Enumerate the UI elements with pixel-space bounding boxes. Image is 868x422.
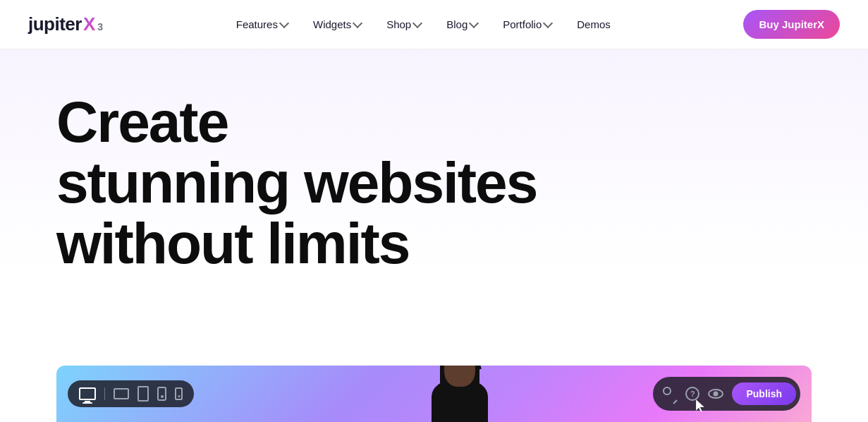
cursor-icon <box>696 399 707 416</box>
logo-version: 3 <box>97 21 103 32</box>
chevron-down-icon <box>412 18 422 28</box>
nav-item-portfolio: Portfolio <box>493 13 561 36</box>
nav-item-features: Features <box>226 13 298 36</box>
toolbar-right: ? Publish <box>653 377 800 411</box>
tablet-landscape-icon[interactable] <box>114 388 129 399</box>
nav-item-blog: Blog <box>436 13 487 36</box>
buy-button[interactable]: Buy JupiterX <box>743 10 840 39</box>
logo-x: X <box>83 13 95 35</box>
monitor-icon[interactable] <box>79 387 96 400</box>
hero-headline-line2: stunning websites <box>56 150 537 215</box>
toolbar-divider <box>104 387 105 400</box>
search-icon[interactable] <box>663 387 677 401</box>
hero-section: Create stunning websites without limits <box>0 49 868 422</box>
chevron-down-icon <box>353 18 362 28</box>
nav-link-features[interactable]: Features <box>226 13 298 36</box>
nav-item-shop: Shop <box>377 13 431 36</box>
preview-icon[interactable] <box>708 388 723 399</box>
preview-container: ? Publish <box>0 337 868 422</box>
logo[interactable]: jupiterX3 <box>28 13 103 35</box>
logo-text: jupiter <box>28 13 82 35</box>
person-silhouette <box>417 366 502 422</box>
nav-link-blog[interactable]: Blog <box>436 13 487 36</box>
hero-headline: Create stunning websites without limits <box>56 92 550 274</box>
tablet-portrait-icon[interactable] <box>137 386 149 402</box>
mobile-icon[interactable] <box>157 387 166 401</box>
nav-link-portfolio[interactable]: Portfolio <box>493 13 561 36</box>
chevron-down-icon <box>543 18 553 28</box>
help-icon[interactable]: ? <box>685 387 699 401</box>
chevron-down-icon <box>469 18 479 28</box>
nav-link-demos[interactable]: Demos <box>567 13 621 36</box>
navbar: jupiterX3 Features Widgets Shop <box>0 0 868 49</box>
nav-links: Features Widgets Shop Blog <box>226 13 621 36</box>
nav-link-shop[interactable]: Shop <box>377 13 431 36</box>
hero-headline-line1: Create <box>56 90 228 154</box>
nav-item-widgets: Widgets <box>303 13 371 36</box>
publish-button[interactable]: Publish <box>732 382 796 405</box>
chevron-down-icon <box>279 18 289 28</box>
toolbar-left <box>68 380 194 407</box>
nav-link-widgets[interactable]: Widgets <box>303 13 371 36</box>
mobile-small-icon[interactable] <box>175 387 183 400</box>
nav-item-demos: Demos <box>567 13 621 36</box>
preview-bar: ? Publish <box>56 366 812 422</box>
hero-headline-line3: without limits <box>56 211 409 275</box>
